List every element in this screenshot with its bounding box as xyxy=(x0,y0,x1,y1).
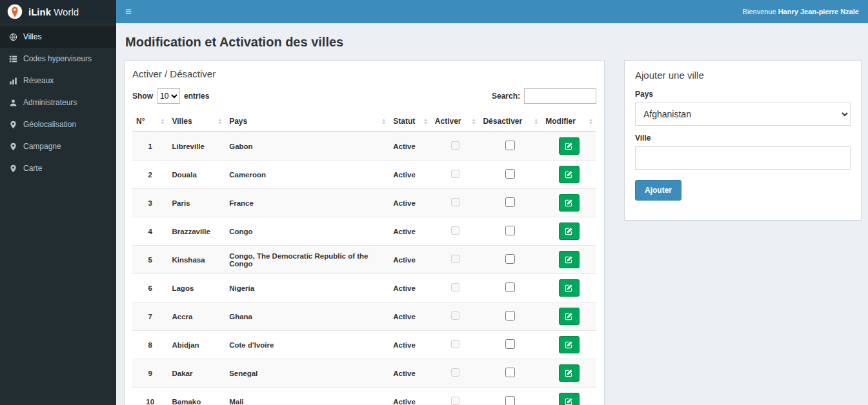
top-bar: iLink World ≡ Bienvenue Hanry Jean-pierr… xyxy=(0,0,868,23)
column-header-pays[interactable]: Pays▲▼ xyxy=(225,112,389,132)
cell-num: 7 xyxy=(132,302,168,331)
user-icon xyxy=(9,99,17,107)
globe-icon xyxy=(9,33,17,41)
hamburger-menu-icon[interactable]: ≡ xyxy=(125,6,132,17)
sort-icon[interactable]: ▲▼ xyxy=(534,118,538,124)
sidebar-item-reseaux[interactable]: Réseaux xyxy=(0,70,116,92)
activer-checkbox[interactable] xyxy=(451,170,459,178)
edit-icon xyxy=(565,369,573,377)
sidebar-item-label: Villes xyxy=(23,32,41,41)
column-header-statut[interactable]: Statut▲▼ xyxy=(389,112,431,132)
activer-checkbox[interactable] xyxy=(451,397,459,405)
page-length-select[interactable]: 10 xyxy=(157,88,180,104)
main-content: Modification et Activation des villes Ac… xyxy=(116,23,868,405)
cell-desactiver xyxy=(479,246,541,274)
edit-button[interactable] xyxy=(559,251,580,268)
desactiver-checkbox[interactable] xyxy=(505,396,515,405)
sort-icon[interactable]: ▲▼ xyxy=(381,118,386,124)
activer-checkbox[interactable] xyxy=(451,141,459,150)
cell-statut: Active xyxy=(389,274,431,302)
activer-checkbox[interactable] xyxy=(451,340,459,348)
cell-num: 9 xyxy=(132,359,168,388)
column-header-modifier[interactable]: Modifier▲▼ xyxy=(541,112,596,132)
sidebar-item-label: Administrateurs xyxy=(23,98,77,107)
cell-pays: Cameroon xyxy=(225,161,389,189)
sidebar-item-campagne[interactable]: Campagne xyxy=(0,135,116,157)
edit-button[interactable] xyxy=(559,393,580,405)
activer-checkbox[interactable] xyxy=(451,283,459,291)
sidebar-item-villes[interactable]: Villes xyxy=(0,26,116,48)
table-row: 9 Dakar Senegal Active xyxy=(132,359,596,388)
column-header-villes[interactable]: Villes▲▼ xyxy=(168,112,225,132)
map-marker-icon xyxy=(9,164,17,173)
desactiver-checkbox[interactable] xyxy=(505,197,515,207)
edit-button[interactable] xyxy=(559,166,580,183)
desactiver-checkbox[interactable] xyxy=(505,169,515,179)
desactiver-checkbox[interactable] xyxy=(505,339,515,349)
cell-desactiver xyxy=(479,217,541,246)
cell-activer xyxy=(431,331,479,359)
sidebar-item-administrateurs[interactable]: Administrateurs xyxy=(0,92,116,114)
edit-icon xyxy=(565,142,573,150)
table-body: 1 Libreville Gabon Active 2 Douala Camer… xyxy=(132,132,596,405)
cell-ville: Kinshasa xyxy=(168,246,225,274)
desactiver-checkbox[interactable] xyxy=(505,254,515,264)
activer-checkbox[interactable] xyxy=(451,368,459,377)
edit-icon xyxy=(565,284,573,292)
cell-statut: Active xyxy=(389,189,431,217)
brand-text: iLink World xyxy=(28,6,79,17)
search-input[interactable] xyxy=(524,88,596,104)
navbar: ≡ Bienvenue Hanry Jean-pierre Nzale xyxy=(116,0,868,23)
map-marker-icon xyxy=(9,121,17,129)
ajouter-button[interactable]: Ajouter xyxy=(635,180,681,201)
edit-button[interactable] xyxy=(559,194,580,212)
pays-label: Pays xyxy=(635,90,851,99)
edit-icon xyxy=(565,341,573,349)
cell-pays: Ghana xyxy=(225,302,389,331)
add-city-title: Ajouter une ville xyxy=(635,70,851,81)
sort-icon[interactable]: ▲▼ xyxy=(217,118,222,124)
table-row: 8 Abidjan Cote d'Ivoire Active xyxy=(132,331,596,359)
edit-button[interactable] xyxy=(559,279,580,297)
sort-icon[interactable]: ▲▼ xyxy=(423,118,428,124)
sidebar-item-codes-hyperviseurs[interactable]: Codes hyperviseurs xyxy=(0,48,116,70)
edit-button[interactable] xyxy=(559,308,580,325)
cell-modifier xyxy=(541,359,596,388)
desactiver-checkbox[interactable] xyxy=(505,226,515,235)
cell-ville: Libreville xyxy=(168,132,225,161)
desactiver-checkbox[interactable] xyxy=(505,311,515,321)
activer-checkbox[interactable] xyxy=(451,226,459,235)
ville-input[interactable] xyxy=(635,146,851,170)
cell-modifier xyxy=(541,274,596,302)
cell-modifier xyxy=(541,331,596,359)
desactiver-checkbox[interactable] xyxy=(505,368,515,377)
edit-button[interactable] xyxy=(559,336,580,353)
edit-button[interactable] xyxy=(559,364,580,382)
cell-modifier xyxy=(541,189,596,217)
cell-statut: Active xyxy=(389,246,431,274)
column-header-num[interactable]: N°▲▼ xyxy=(132,112,168,132)
column-header-activer[interactable]: Activer▲▼ xyxy=(431,112,479,132)
edit-button[interactable] xyxy=(559,137,580,155)
sort-icon[interactable]: ▲▼ xyxy=(472,118,476,124)
column-header-desactiver[interactable]: Désactiver▲▼ xyxy=(479,112,541,132)
desactiver-checkbox[interactable] xyxy=(505,282,515,292)
edit-icon xyxy=(565,199,573,207)
cell-num: 5 xyxy=(132,246,168,274)
cell-modifier xyxy=(541,161,596,189)
sort-icon[interactable]: ▲▼ xyxy=(589,118,593,124)
edit-icon xyxy=(565,170,573,179)
sidebar-item-carte[interactable]: Carte xyxy=(0,157,116,179)
activer-checkbox[interactable] xyxy=(451,198,459,206)
sort-icon[interactable]: ▲▼ xyxy=(161,118,165,124)
pays-select[interactable]: Afghanistan xyxy=(635,103,851,126)
desactiver-checkbox[interactable] xyxy=(505,141,515,150)
brand[interactable]: iLink World xyxy=(0,0,116,23)
activer-checkbox[interactable] xyxy=(451,311,459,320)
sidebar-item-label: Campagne xyxy=(23,142,61,151)
cell-pays: Nigeria xyxy=(225,274,389,302)
activer-checkbox[interactable] xyxy=(451,255,459,263)
sidebar-item-geolocalisation[interactable]: Géolocalisation xyxy=(0,114,116,135)
edit-button[interactable] xyxy=(559,222,580,240)
cell-activer xyxy=(431,388,479,405)
